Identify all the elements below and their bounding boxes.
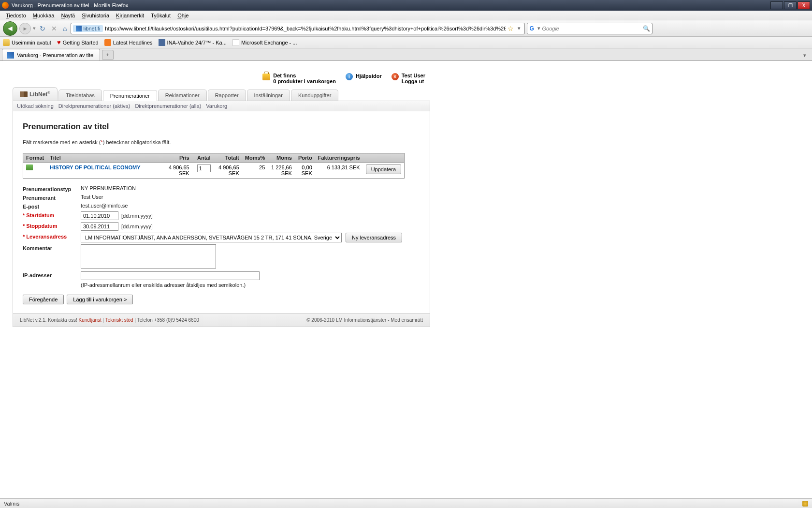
ny-leveransadress-button[interactable]: Ny leveransadress: [346, 233, 402, 242]
add-to-cart-button[interactable]: Lägg till i varukorgen >: [67, 295, 133, 304]
tab-rapporter[interactable]: Rapporter: [208, 90, 246, 101]
subnav-direkt-alla[interactable]: Direktprenumerationer (alla): [135, 103, 201, 109]
logout-link[interactable]: Logga ut: [402, 78, 425, 84]
update-button[interactable]: Uppdatera: [366, 164, 401, 174]
bookmark-ina[interactable]: INA-Vaihde 24/7™ - Ka...: [159, 39, 227, 46]
menu-help[interactable]: Ohje: [174, 12, 191, 19]
label-kommentar: Kommentar: [23, 244, 81, 251]
cell-porto: 0,00 SEK: [295, 163, 315, 179]
cart-summary[interactable]: Det finns 0 produkter i varukorgen: [262, 73, 336, 84]
cell-momsp: 25: [242, 163, 268, 179]
menu-view[interactable]: Näytä: [58, 12, 78, 19]
bookmark-most-visited[interactable]: Useimmin avatut: [3, 39, 51, 46]
sub-nav: Utökad sökning Direktprenumerationer (ak…: [13, 101, 430, 111]
stoppdatum-input[interactable]: [81, 222, 118, 231]
favicon: [7, 52, 14, 59]
page-icon: [232, 39, 239, 46]
menu-bookmarks[interactable]: Kirjanmerkit: [113, 12, 147, 19]
history-dropdown[interactable]: ▾: [33, 25, 36, 31]
th-porto: Porto: [295, 153, 315, 163]
help-icon: i: [346, 73, 353, 80]
label-ip: IP-adresser: [23, 271, 81, 278]
heart-icon: [57, 39, 61, 46]
menubar: Tiedosto Muokkaa Näytä Sivuhistoria Kirj…: [0, 11, 812, 20]
subnav-utokad[interactable]: Utökad sökning: [17, 103, 54, 109]
stop-hint: [dd.mm.yyyy]: [121, 224, 153, 229]
cell-moms: 1 226,66 SEK: [268, 163, 294, 179]
user-name: Test User: [402, 73, 425, 78]
url-dropdown-icon[interactable]: ▾: [516, 25, 522, 31]
help-link[interactable]: i Hjälpsidor: [346, 73, 382, 84]
kundtjanst-link[interactable]: Kundtjänst: [79, 317, 102, 323]
ina-icon: [159, 39, 165, 46]
tab-kunduppgifter[interactable]: Kunduppgifter: [291, 90, 339, 101]
google-icon: [529, 25, 536, 32]
subnav-varukorg[interactable]: Varukorg: [206, 103, 227, 109]
site-identity-badge[interactable]: libnet.fi: [73, 25, 103, 32]
tab-installningar[interactable]: Inställningar: [247, 90, 290, 101]
tab-list-button[interactable]: ▾: [799, 50, 810, 60]
bookmarks-toolbar: Useimmin avatut Getting Started Latest H…: [0, 37, 812, 48]
ip-input[interactable]: [81, 271, 260, 280]
value-typ: NY PRENUMERATION: [81, 185, 136, 191]
subscription-form: PrenumerationstypNY PRENUMERATION Prenum…: [23, 185, 420, 304]
tab-titeldatabas[interactable]: Titeldatabas: [58, 90, 102, 101]
title-link[interactable]: HISTORY OF POLITICAL ECONOMY: [50, 164, 140, 170]
bookmark-ms-exchange[interactable]: Microsoft Exchange - ...: [232, 39, 297, 46]
top-info-bar: Det finns 0 produkter i varukorgen i Hjä…: [13, 71, 430, 87]
order-table: Format Titel Pris Antal Totalt Moms% Mom…: [23, 153, 405, 179]
tab-prenumerationer[interactable]: Prenumerationer: [103, 90, 157, 101]
menu-history[interactable]: Sivuhistoria: [79, 12, 112, 19]
quantity-input[interactable]: [197, 164, 211, 172]
tekniskt-stod-link[interactable]: Tekniskt stöd: [105, 317, 133, 323]
search-input[interactable]: [542, 26, 643, 31]
forward-button[interactable]: ►: [19, 23, 31, 34]
home-button[interactable]: ⌂: [61, 25, 69, 32]
logout-icon: ×: [392, 73, 399, 80]
minimize-button[interactable]: _: [770, 1, 783, 9]
back-button[interactable]: ◄: [3, 21, 17, 36]
stop-button[interactable]: ✕: [49, 25, 59, 32]
search-engine-dropdown[interactable]: ▾: [536, 25, 542, 31]
search-box[interactable]: ▾ 🔍: [527, 23, 652, 34]
table-row: HISTORY OF POLITICAL ECONOMY 4 906,65 SE…: [23, 163, 405, 179]
menu-file[interactable]: Tiedosto: [3, 12, 29, 19]
bookmark-latest-headlines[interactable]: Latest Headlines: [104, 39, 153, 46]
value-sub: Test User: [81, 194, 103, 200]
cell-fakt: 6 133,31 SEK: [315, 163, 363, 179]
maximize-button[interactable]: ❐: [784, 1, 797, 9]
nav-toolbar: ◄ ► ▾ ↻ ✕ ⌂ libnet.fi ☆ ▾ ▾ 🔍: [0, 20, 812, 37]
label-typ: Prenumerationstyp: [23, 185, 81, 192]
close-button[interactable]: X: [798, 1, 810, 9]
firefox-icon: [2, 2, 9, 9]
label-sub: Prenumerant: [23, 194, 81, 201]
startdatum-input[interactable]: [81, 211, 118, 220]
bookmark-getting-started[interactable]: Getting Started: [57, 39, 99, 46]
rss-icon: [104, 39, 111, 46]
cell-pris: 4 906,65 SEK: [163, 163, 192, 179]
browser-tab-active[interactable]: Varukorg - Prenumeration av titel: [2, 49, 100, 60]
tab-reklamationer[interactable]: Reklamationer: [158, 90, 207, 101]
cart-line1: Det finns: [273, 73, 336, 78]
previous-button[interactable]: Föregående: [23, 295, 64, 304]
table-header-row: Format Titel Pris Antal Totalt Moms% Mom…: [23, 153, 405, 163]
leveransadress-select[interactable]: LM INFORMATIONSTJÄNST, ANNA ANDERSSON, S…: [81, 233, 342, 242]
footer-copyright: © 2006-2010 LM Informationstjänster - Me…: [306, 317, 423, 323]
label-stoppdatum: Stoppdatum: [23, 222, 81, 229]
bookmark-star-icon[interactable]: ☆: [506, 25, 516, 32]
kommentar-textarea[interactable]: [81, 244, 216, 269]
new-tab-button[interactable]: +: [102, 50, 114, 60]
url-input[interactable]: [105, 26, 506, 31]
content-panel: Prenumeration av titel Fält markerade me…: [13, 111, 430, 314]
ip-hint: (IP-adressmellanrum eller enskilda adres…: [81, 282, 420, 288]
menu-tools[interactable]: Työkalut: [148, 12, 174, 19]
subnav-direkt-aktiva[interactable]: Direktprenumerationer (aktiva): [58, 103, 130, 109]
search-icon[interactable]: 🔍: [643, 25, 650, 32]
url-bar[interactable]: libnet.fi ☆ ▾: [71, 23, 525, 34]
brand-tab[interactable]: LibNet®: [13, 87, 58, 101]
cart-line2: 0 produkter i varukorgen: [273, 78, 336, 84]
th-totalt: Totalt: [214, 153, 242, 163]
reload-button[interactable]: ↻: [38, 25, 47, 32]
menu-edit[interactable]: Muokkaa: [30, 12, 58, 19]
th-format: Format: [23, 153, 47, 163]
